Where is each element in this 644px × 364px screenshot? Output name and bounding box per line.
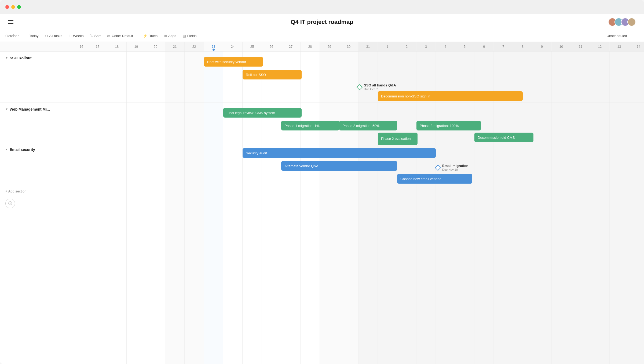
date-cell: 6 <box>474 42 494 51</box>
circle-check-icon: ⊙ <box>45 34 48 38</box>
task-label: Phase 3 migration: 100% <box>420 124 459 128</box>
color-icon: ▭ <box>107 34 110 38</box>
task-label: Phase 1 migration: 1% <box>284 124 320 128</box>
task-label: Roll out SSO <box>246 73 266 77</box>
page-title: Q4 IT project roadmap <box>291 19 353 26</box>
chevron-down-icon: ▼ <box>5 56 8 59</box>
more-options-button[interactable]: ··· <box>631 32 639 40</box>
task-brief-security-vendor[interactable]: Brief with security vendor <box>204 57 263 67</box>
task-label: Decommission non-SSO sign in <box>381 94 430 98</box>
task-label: Phase 2 migration: 50% <box>342 124 379 128</box>
date-cell weekend: 30 <box>339 42 358 51</box>
titlebar <box>0 0 644 14</box>
calendar-icon: ⊡ <box>69 34 72 38</box>
task-phase3-migration[interactable]: Phase 3 migration: 100% <box>416 121 481 130</box>
month-label: October <box>5 34 23 38</box>
date-cell: 11 <box>571 42 590 51</box>
date-cell: 1 <box>378 42 397 51</box>
milestone-diamond-icon <box>357 84 363 90</box>
date-cell: 20 <box>146 42 165 51</box>
chevron-down-icon: ▼ <box>5 108 8 111</box>
task-decommission-sso[interactable]: Decommission non-SSO sign in <box>378 91 523 101</box>
date-cell weekend: 22 <box>185 42 204 51</box>
date-cell: 28 <box>301 42 320 51</box>
task-rollout-sso[interactable]: Roll out SSO <box>243 70 302 79</box>
task-final-legal-review[interactable]: Final legal review: CMS system <box>223 108 302 118</box>
date-cell: 19 <box>127 42 146 51</box>
task-label: Final legal review: CMS system <box>226 111 275 115</box>
menu-button[interactable] <box>8 20 13 24</box>
weeks-button[interactable]: ⊡ Weeks <box>66 32 86 39</box>
task-phase2-evaluation[interactable]: Phase 2 evaluation <box>378 133 418 145</box>
sections-sidebar: ▼ SSO Rollout ▼ Web Management Mi... ▼ E… <box>0 52 75 364</box>
fields-icon: ▤ <box>183 34 186 38</box>
task-choose-email-vendor[interactable]: Choose new email vendor <box>397 174 472 184</box>
close-button[interactable] <box>5 5 9 9</box>
minimize-button[interactable] <box>11 5 15 9</box>
date-cell: 10 <box>552 42 571 51</box>
section-name-sso: SSO Rollout <box>10 56 32 60</box>
apps-button[interactable]: ⊞ Apps <box>161 32 179 39</box>
avatar <box>627 18 636 26</box>
info-icon[interactable]: ⓘ <box>5 199 15 208</box>
task-decommission-cms[interactable]: Decommission old CMS <box>474 133 533 142</box>
date-cell: 24 <box>223 42 243 51</box>
section-label-web[interactable]: ▼ Web Management Mi... <box>0 103 75 143</box>
task-phase2-migration[interactable]: Phase 2 migration: 50% <box>339 121 397 130</box>
task-label: Security audit <box>246 151 267 155</box>
add-section-button[interactable]: + Add section <box>0 186 75 196</box>
date-header-row: 16 17 18 19 20 21 22 23 24 25 26 27 28 <box>75 42 644 51</box>
date-cell: 7 <box>494 42 513 51</box>
avatar-group <box>608 18 636 26</box>
date-cell: 17 <box>88 42 107 51</box>
date-cell weekend: 29 <box>320 42 339 51</box>
date-cell: 26 <box>262 42 281 51</box>
milestone-diamond-icon <box>435 165 441 171</box>
fields-button[interactable]: ▤ Fields <box>180 32 199 39</box>
today-indicator <box>213 49 215 51</box>
task-alternate-vendor[interactable]: Alternate vendor Q&A <box>281 161 397 171</box>
milestone-text: SSO all hands Q&A Due Oct 31 <box>364 83 396 91</box>
sort-icon: ⇅ <box>90 34 93 38</box>
date-cell: 25 <box>243 42 262 51</box>
task-security-audit[interactable]: Security audit <box>243 148 436 158</box>
section-name-web: Web Management Mi... <box>10 107 50 111</box>
separator <box>138 33 138 39</box>
app-window: Q4 IT project roadmap October Today ⊙ Al… <box>0 0 644 364</box>
task-label: Phase 2 evaluation <box>381 137 411 141</box>
task-label: Choose new email vendor <box>400 177 441 181</box>
color-button[interactable]: ▭ Color: Default <box>104 32 136 39</box>
date-cell: 13 <box>610 42 629 51</box>
rules-button[interactable]: ⚡ Rules <box>140 32 160 39</box>
unscheduled-button[interactable]: Unscheduled <box>604 32 630 39</box>
sort-button[interactable]: ⇅ Sort <box>87 32 103 39</box>
date-cell: 12 <box>590 42 610 51</box>
maximize-button[interactable] <box>17 5 21 9</box>
gantt-chart: Brief with security vendor Roll out SSO … <box>75 52 644 364</box>
header-left <box>8 20 13 24</box>
task-phase1-migration[interactable]: Phase 1 migration: 1% <box>281 121 339 130</box>
all-tasks-button[interactable]: ⊙ All tasks <box>42 32 65 39</box>
app-header: Q4 IT project roadmap <box>0 14 644 30</box>
lightning-icon: ⚡ <box>143 34 147 38</box>
date-cell-today: 23 <box>204 42 223 51</box>
section-name-email: Email security <box>10 147 35 152</box>
section-label-sso[interactable]: ▼ SSO Rollout <box>0 52 75 103</box>
date-cell: 5 <box>455 42 474 51</box>
date-cell weekend: 21 <box>165 42 185 51</box>
task-label: Brief with security vendor <box>207 60 246 64</box>
date-cell: 14 <box>629 42 644 51</box>
date-cell: 27 <box>281 42 301 51</box>
date-cell: 31 <box>358 42 378 51</box>
chevron-down-icon: ▼ <box>5 148 8 151</box>
milestone-sso-allhands[interactable]: SSO all hands Q&A Due Oct 31 <box>357 83 396 91</box>
toolbar: October Today ⊙ All tasks ⊡ Weeks ⇅ Sort… <box>0 30 644 42</box>
section-label-email[interactable]: ▼ Email security <box>0 143 75 186</box>
task-label: Alternate vendor Q&A <box>284 164 318 168</box>
date-cell: 9 <box>532 42 552 51</box>
date-cell: 2 <box>397 42 416 51</box>
date-cell: 3 <box>416 42 436 51</box>
task-label: Decommission old CMS <box>478 136 515 140</box>
milestone-email-migration[interactable]: Email migration Due Nov 10 <box>436 164 469 172</box>
today-button[interactable]: Today <box>27 32 41 39</box>
